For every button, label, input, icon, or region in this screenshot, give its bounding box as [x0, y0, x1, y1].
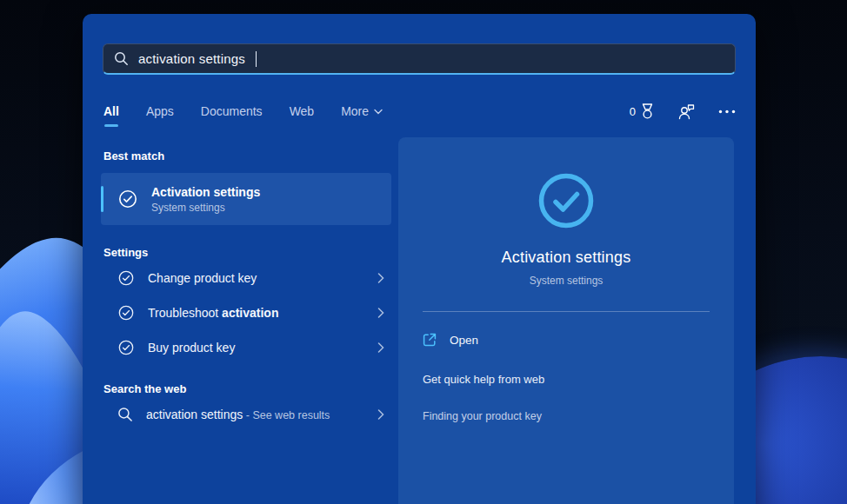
result-change-product-key[interactable]: Change product key	[101, 261, 391, 295]
active-tab-underline	[104, 124, 118, 127]
best-match-title: Activation settings	[151, 184, 260, 201]
rewards-points-count: 0	[630, 105, 636, 118]
chevron-right-icon	[377, 273, 384, 283]
result-buy-product-key[interactable]: Buy product key	[101, 330, 391, 365]
best-match-text: Activation settings System settings	[151, 184, 260, 215]
top-action-icons: 0	[630, 101, 736, 120]
person-chat-icon	[677, 103, 696, 120]
panel-divider	[423, 311, 710, 312]
chevron-right-icon	[377, 342, 384, 353]
search-web-section-header: Search the web	[101, 382, 391, 395]
search-icon	[114, 51, 129, 66]
preview-title: Activation settings	[502, 249, 631, 267]
link-quick-help[interactable]: Get quick help from web	[423, 364, 710, 395]
activation-check-circle-icon	[537, 172, 595, 229]
search-input[interactable]: activation settings	[103, 43, 736, 75]
best-match-subtitle: System settings	[151, 201, 260, 215]
result-label: Troubleshoot activation	[148, 306, 364, 320]
chevron-down-icon	[374, 109, 383, 115]
result-troubleshoot-activation[interactable]: Troubleshoot activation	[101, 295, 391, 330]
tab-all[interactable]: All	[103, 101, 120, 127]
result-web-search[interactable]: activation settings - See web results	[101, 397, 391, 432]
ellipsis-icon	[718, 109, 736, 114]
open-external-icon	[423, 333, 437, 347]
preview-panel: Activation settings System settings Open…	[398, 137, 734, 504]
search-icon	[117, 407, 133, 422]
result-label: activation settings - See web results	[146, 408, 364, 421]
search-query-text: activation settings	[138, 51, 245, 66]
tab-web[interactable]: Web	[289, 101, 316, 127]
link-finding-product-key[interactable]: Finding your product key	[423, 401, 710, 431]
best-match-result[interactable]: Activation settings System settings	[101, 173, 391, 225]
tab-documents[interactable]: Documents	[200, 101, 263, 127]
open-button[interactable]: Open	[412, 326, 489, 354]
search-flyout-window: activation settings All Apps Documents W…	[83, 14, 756, 504]
preview-subtitle: System settings	[530, 275, 604, 287]
check-circle-icon	[117, 304, 135, 322]
feedback-button[interactable]	[677, 103, 696, 120]
preview-hero: Activation settings System settings	[398, 137, 734, 287]
check-circle-icon	[117, 339, 135, 356]
check-circle-icon	[117, 189, 138, 209]
more-options-button[interactable]	[718, 109, 736, 114]
result-label: Change product key	[148, 271, 364, 285]
search-results-list: Best match Activation settings System se…	[101, 144, 391, 432]
open-button-label: Open	[450, 334, 478, 347]
settings-section-header: Settings	[101, 246, 391, 259]
rewards-medal-icon	[640, 103, 655, 120]
chevron-right-icon	[377, 308, 384, 318]
rewards-button[interactable]: 0	[630, 103, 655, 120]
tab-apps[interactable]: Apps	[145, 101, 175, 127]
best-match-header: Best match	[101, 149, 391, 162]
tab-more[interactable]: More	[340, 101, 383, 127]
check-circle-icon	[117, 269, 135, 287]
chevron-right-icon	[377, 409, 384, 420]
search-filter-tabs: All Apps Documents Web More 0	[103, 101, 736, 130]
result-label: Buy product key	[148, 341, 364, 355]
text-caret	[256, 51, 257, 67]
